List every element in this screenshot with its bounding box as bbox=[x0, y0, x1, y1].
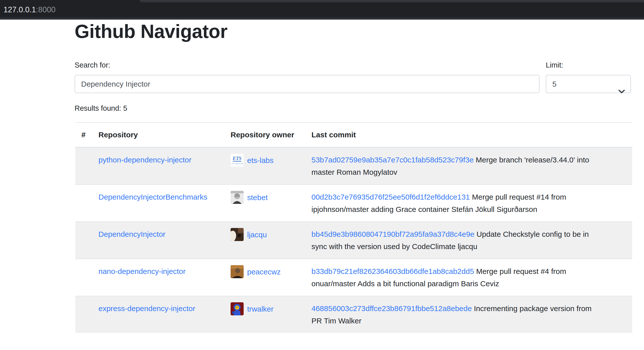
column-header-last-commit: Last commit bbox=[305, 123, 632, 147]
column-header-number: # bbox=[75, 123, 92, 147]
owner-cell: trwalker bbox=[225, 296, 305, 333]
row-number-cell bbox=[75, 259, 92, 296]
page-content: Github Navigator Search for: Limit: 5 Re… bbox=[0, 20, 644, 350]
svg-text:ETS: ETS bbox=[233, 156, 242, 161]
repository-link[interactable]: nano-dependency-injector bbox=[98, 267, 186, 275]
table-header-row: # Repository Repository owner Last commi… bbox=[75, 123, 632, 147]
repository-link[interactable]: python-dependency-injector bbox=[98, 156, 191, 164]
owner-avatar bbox=[231, 265, 244, 278]
owner-link[interactable]: peacecwz bbox=[247, 266, 281, 278]
repository-cell: DependencyInjectorBenchmarks bbox=[92, 185, 225, 222]
table-row: DependencyInjector ljacqu bb45d9e3b98608… bbox=[75, 222, 632, 259]
column-header-owner: Repository owner bbox=[225, 123, 305, 147]
repository-cell: express-dependency-injector bbox=[92, 296, 225, 333]
limit-label: Limit: bbox=[546, 61, 563, 69]
results-summary: Results found: 5 bbox=[75, 104, 127, 112]
chevron-down-icon bbox=[618, 82, 625, 100]
owner-cell: peacecwz bbox=[225, 259, 305, 296]
browser-chrome: 127.0.0.1:8000 bbox=[0, 0, 644, 20]
url-port: :8000 bbox=[36, 5, 56, 14]
row-number-cell bbox=[75, 222, 92, 259]
column-header-repository: Repository bbox=[92, 123, 225, 147]
page-title: Github Navigator bbox=[75, 21, 227, 42]
commit-hash-link[interactable]: bb45d9e3b98608047190bf72a95fa9a37d8c4e9e bbox=[311, 230, 474, 238]
commit-cell: bb45d9e3b98608047190bf72a95fa9a37d8c4e9e… bbox=[305, 222, 632, 259]
owner-cell: ljacqu bbox=[225, 222, 305, 259]
owner-avatar bbox=[231, 302, 244, 315]
table-row: python-dependency-injector ETS LOST SCRE… bbox=[75, 147, 632, 185]
row-number-cell bbox=[75, 296, 92, 333]
commit-cell: 00d2b3c7e76935d76f25ee50f6d1f2ef6ddce131… bbox=[305, 185, 632, 222]
table-row: express-dependency-injector trwalker 468… bbox=[75, 296, 632, 333]
repository-link[interactable]: DependencyInjectorBenchmarks bbox=[98, 193, 207, 201]
results-table: # Repository Repository owner Last commi… bbox=[75, 122, 632, 333]
active-tab[interactable] bbox=[0, 0, 141, 2]
owner-link[interactable]: trwalker bbox=[247, 303, 274, 315]
commit-hash-link[interactable]: b33db79c21ef8262364603db66dfe1ab8cab2dd5 bbox=[311, 267, 474, 275]
url-text: 127.0.0.1:8000 bbox=[4, 2, 56, 17]
repository-link[interactable]: DependencyInjector bbox=[98, 230, 166, 238]
repository-cell: python-dependency-injector bbox=[92, 147, 225, 185]
owner-link[interactable]: stebet bbox=[247, 191, 268, 204]
owner-avatar bbox=[231, 228, 244, 241]
search-label: Search for: bbox=[75, 61, 110, 69]
limit-select-value: 5 bbox=[552, 80, 557, 88]
row-number-cell bbox=[75, 147, 92, 185]
commit-cell: 53b7ad02759e9ab35a7e7c0c1fab58d523c79f3e… bbox=[305, 147, 632, 185]
owner-avatar: ETS LOST SCREW LABS bbox=[231, 154, 244, 167]
results-table-body: python-dependency-injector ETS LOST SCRE… bbox=[75, 147, 632, 333]
repository-link[interactable]: express-dependency-injector bbox=[98, 304, 195, 313]
repository-cell: DependencyInjector bbox=[92, 222, 225, 259]
chrome-bottom-strip bbox=[0, 17, 644, 20]
owner-avatar bbox=[231, 191, 244, 204]
url-host: 127.0.0.1 bbox=[4, 5, 36, 14]
commit-cell: b33db79c21ef8262364603db66dfe1ab8cab2dd5… bbox=[305, 259, 632, 296]
owner-cell: stebet bbox=[225, 185, 305, 222]
owner-link[interactable]: ets-labs bbox=[247, 154, 274, 166]
search-input[interactable] bbox=[75, 75, 540, 93]
commit-cell: 468856003c273dffce23b86791fbbe512a8ebede… bbox=[305, 296, 632, 333]
owner-cell: ETS LOST SCREW LABS ets-labs bbox=[225, 147, 305, 185]
commit-hash-link[interactable]: 53b7ad02759e9ab35a7e7c0c1fab58d523c79f3e bbox=[311, 156, 474, 164]
table-row: DependencyInjectorBenchmarks stebet 00d2… bbox=[75, 185, 632, 222]
svg-text:LOST SCREW LABS: LOST SCREW LABS bbox=[231, 163, 243, 164]
row-number-cell bbox=[75, 185, 92, 222]
limit-select[interactable]: 5 bbox=[546, 75, 631, 93]
repository-cell: nano-dependency-injector bbox=[92, 259, 225, 296]
commit-hash-link[interactable]: 00d2b3c7e76935d76f25ee50f6d1f2ef6ddce131 bbox=[311, 193, 470, 201]
address-bar[interactable]: 127.0.0.1:8000 bbox=[0, 2, 644, 17]
table-row: nano-dependency-injector peacecwz b33db7… bbox=[75, 259, 632, 296]
commit-hash-link[interactable]: 468856003c273dffce23b86791fbbe512a8ebede bbox=[311, 304, 472, 313]
owner-link[interactable]: ljacqu bbox=[247, 228, 267, 241]
